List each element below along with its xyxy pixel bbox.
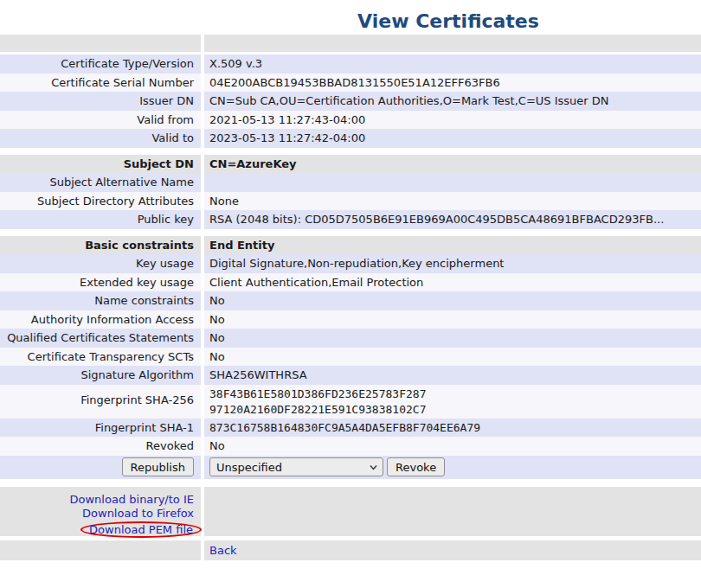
- revoke-button[interactable]: Revoke: [387, 457, 445, 476]
- table-row: Valid to 2023-05-13 11:27:42-04:00: [0, 129, 701, 148]
- row-label: Certificate Serial Number: [0, 74, 201, 93]
- row-label: Name constraints: [0, 291, 201, 310]
- download-links-cell: Download binary/to IE Download to Firefo…: [0, 487, 201, 536]
- red-ellipse-annotation: Download PEM file: [80, 521, 202, 538]
- table-row: Valid from 2021-05-13 11:27:43-04:00: [0, 111, 701, 130]
- row-label: Authority Information Access: [0, 310, 201, 329]
- row-value: RSA (2048 bits): CD05D7505B6E91EB969A00C…: [204, 210, 701, 229]
- row-label: Revoked: [0, 437, 201, 456]
- section-header-value: CN=AzureKey: [204, 155, 701, 174]
- row-label: Signature Algorithm: [0, 366, 201, 385]
- row-value: [204, 173, 701, 192]
- table-row: Qualified Certificates Statements No: [0, 329, 701, 348]
- row-value: No: [204, 437, 701, 456]
- back-link[interactable]: Back: [209, 544, 237, 557]
- row-value: 04E200ABCB19453BBAD8131550E51A12EFF63FB6: [204, 74, 701, 93]
- row-value: No: [204, 348, 701, 367]
- back-row: Back: [0, 540, 701, 560]
- sha256-line1: 38F43B61E5801D386FD236E25783F287: [209, 387, 426, 400]
- row-label: Certificate Type/Version: [0, 54, 201, 74]
- row-value: No: [204, 291, 701, 310]
- table-row: Subject Directory Attributes None: [0, 192, 701, 211]
- table-row: Signature Algorithm SHA256WITHRSA: [0, 366, 701, 385]
- certificate-table: Certificate Type/Version X.509 v.3 Certi…: [0, 35, 701, 560]
- back-row-right-cell: Back: [204, 540, 701, 560]
- row-label: Valid to: [0, 129, 201, 148]
- row-value: CN=Sub CA,OU=Certification Authorities,O…: [204, 92, 701, 111]
- revoke-reason-select[interactable]: Unspecified: [209, 457, 383, 476]
- row-value: X.509 v.3: [204, 54, 701, 74]
- actions-right-cell: Unspecified Revoke: [204, 456, 701, 479]
- section-header-label: Basic constraints: [0, 236, 201, 255]
- section-header-value: End Entity: [204, 236, 701, 255]
- table-row-fingerprint-sha256: Fingerprint SHA-256 38F43B61E5801D386FD2…: [0, 385, 701, 419]
- header-spacer-left: [0, 35, 201, 52]
- table-row: Name constraints No: [0, 291, 701, 310]
- row-value: 38F43B61E5801D386FD236E25783F287 97120A2…: [204, 385, 701, 419]
- row-value: Client Authentication,Email Protection: [204, 273, 701, 292]
- revoke-reason-select-wrap: Unspecified: [209, 457, 383, 476]
- row-label: Subject Directory Attributes: [0, 192, 201, 211]
- row-label: Public key: [0, 210, 201, 229]
- section-header-subject-dn: Subject DN CN=AzureKey: [0, 155, 701, 174]
- page-title: View Certificates: [0, 0, 701, 35]
- section-header-label: Subject DN: [0, 155, 201, 174]
- row-label: Key usage: [0, 254, 201, 273]
- table-row: Key usage Digital Signature,Non-repudiat…: [0, 254, 701, 273]
- row-value: SHA256WITHRSA: [204, 366, 701, 385]
- row-value: Digital Signature,Non-repudiation,Key en…: [204, 254, 701, 273]
- download-section: Download binary/to IE Download to Firefo…: [0, 487, 701, 536]
- row-value: No: [204, 310, 701, 329]
- sha256-line2: 97120A2160DF28221E591C93838102C7: [209, 403, 426, 416]
- table-row-fingerprint-sha1: Fingerprint SHA-1 873C16758B164830FC9A5A…: [0, 419, 701, 438]
- row-label: Valid from: [0, 111, 201, 130]
- republish-button[interactable]: Republish: [122, 457, 194, 476]
- row-label: Subject Alternative Name: [0, 173, 201, 192]
- table-header-spacer: [0, 35, 701, 52]
- header-spacer-right: [204, 35, 701, 52]
- download-binary-ie-link[interactable]: Download binary/to IE: [70, 493, 194, 506]
- table-row: Certificate Transparency SCTs No: [0, 348, 701, 367]
- row-label: Fingerprint SHA-256: [0, 385, 201, 419]
- row-label: Certificate Transparency SCTs: [0, 348, 201, 367]
- table-row: Certificate Serial Number 04E200ABCB1945…: [0, 74, 701, 93]
- row-label: Qualified Certificates Statements: [0, 329, 201, 348]
- table-row: Authority Information Access No: [0, 310, 701, 329]
- download-section-right-cell: [204, 487, 701, 536]
- row-label: Extended key usage: [0, 273, 201, 292]
- table-row: Public key RSA (2048 bits): CD05D7505B6E…: [0, 210, 701, 229]
- download-pem-link[interactable]: Download PEM file: [89, 523, 193, 536]
- row-value: 2021-05-13 11:27:43-04:00: [204, 111, 701, 130]
- row-value: 2023-05-13 11:27:42-04:00: [204, 129, 701, 148]
- actions-row: Republish Unspecified Revoke: [0, 456, 701, 479]
- table-row: Certificate Type/Version X.509 v.3: [0, 54, 701, 74]
- table-row: Extended key usage Client Authentication…: [0, 273, 701, 292]
- table-row-revoked: Revoked No: [0, 437, 701, 456]
- row-label: Fingerprint SHA-1: [0, 419, 201, 438]
- table-row: Subject Alternative Name: [0, 173, 701, 192]
- back-row-left-cell: [0, 540, 201, 560]
- actions-left-cell: Republish: [0, 456, 201, 479]
- row-label: Issuer DN: [0, 92, 201, 111]
- download-firefox-link[interactable]: Download to Firefox: [82, 507, 194, 520]
- row-value: No: [204, 329, 701, 348]
- row-value: 873C16758B164830FC9A5A4DA5EFB8F704EE6A79: [204, 419, 701, 438]
- row-value: None: [204, 192, 701, 211]
- section-header-basic-constraints: Basic constraints End Entity: [0, 236, 701, 255]
- table-row: Issuer DN CN=Sub CA,OU=Certification Aut…: [0, 92, 701, 111]
